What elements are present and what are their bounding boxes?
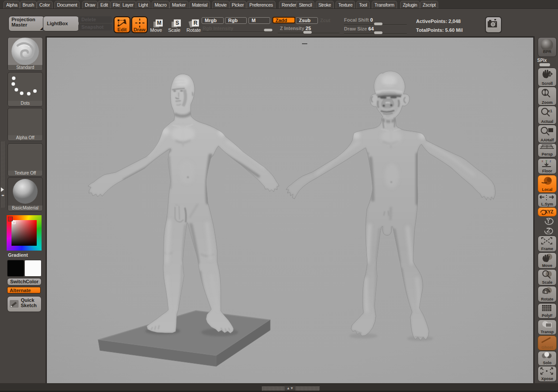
svg-text:x1: x1 — [548, 109, 552, 113]
svg-text:x: x — [542, 160, 543, 163]
svg-text:XYZ: XYZ — [545, 209, 553, 214]
svg-text:y: y — [546, 159, 547, 163]
svg-text:z: z — [550, 160, 551, 163]
